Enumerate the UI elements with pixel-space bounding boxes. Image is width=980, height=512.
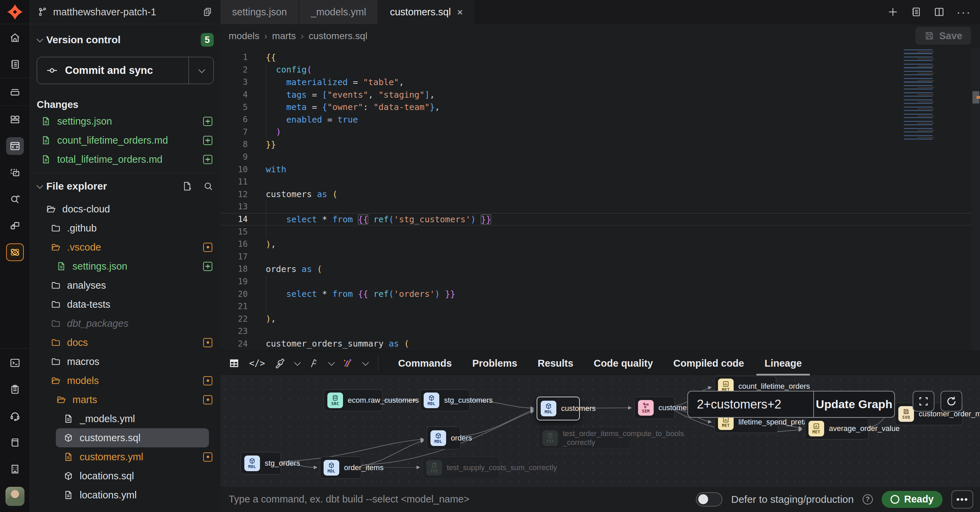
- code-line-10[interactable]: 10with: [221, 163, 980, 175]
- organization-icon[interactable]: [6, 460, 24, 478]
- tree-item-settings.json[interactable]: settings.json: [37, 257, 214, 276]
- panel-tab-code-quality[interactable]: Code quality: [584, 351, 663, 375]
- code-line-18[interactable]: 18orders as (: [221, 263, 980, 275]
- code-line-15[interactable]: 15: [221, 225, 980, 238]
- catalog-icon[interactable]: [6, 190, 24, 208]
- results-table-icon[interactable]: [228, 357, 240, 369]
- build-wrench-icon[interactable]: [274, 357, 285, 369]
- close-tab-icon[interactable]: ×: [457, 6, 463, 18]
- panel-tab-commands[interactable]: Commands: [388, 351, 462, 375]
- tree-item-.vscode[interactable]: .vscode: [37, 238, 214, 257]
- code-line-17[interactable]: 17: [221, 250, 980, 263]
- panel-tab-problems[interactable]: Problems: [462, 351, 527, 375]
- more-options-icon[interactable]: ···: [956, 5, 971, 19]
- jobs-icon[interactable]: [6, 83, 24, 101]
- command-more-button[interactable]: •••: [951, 490, 973, 509]
- code-view-icon[interactable]: </>: [249, 358, 265, 368]
- tree-item-docs[interactable]: docs: [37, 333, 214, 352]
- new-tab-plus-icon[interactable]: [887, 6, 899, 18]
- terminal-icon[interactable]: [6, 354, 24, 372]
- tree-item-macros[interactable]: macros: [37, 352, 214, 371]
- modified-badge[interactable]: [203, 338, 212, 347]
- clipboard-icon[interactable]: [6, 381, 24, 398]
- commit-and-sync-button[interactable]: Commit and sync: [37, 57, 214, 84]
- tree-item-models[interactable]: models: [37, 371, 214, 390]
- code-line-7[interactable]: 7 ): [221, 126, 980, 139]
- dbt-logo[interactable]: [0, 0, 30, 24]
- format-icon[interactable]: [308, 357, 320, 369]
- code-line-9[interactable]: 9: [221, 151, 980, 163]
- tab-customers.sql[interactable]: customers.sql×: [379, 0, 475, 24]
- visual-editor-icon[interactable]: [6, 164, 24, 182]
- added-badge[interactable]: [203, 262, 212, 271]
- code-line-5[interactable]: 5 meta = {"owner": "data-team"},: [221, 101, 980, 113]
- modified-badge[interactable]: [203, 243, 212, 252]
- lineage-node-order_items[interactable]: MDL order_items: [320, 456, 361, 479]
- save-button[interactable]: Save: [915, 27, 971, 45]
- fullscreen-button[interactable]: [913, 391, 934, 412]
- breadcrumb-models[interactable]: models: [229, 30, 259, 41]
- home-icon[interactable]: [6, 29, 24, 47]
- status-badge[interactable]: Ready: [882, 491, 943, 508]
- studio-ide-icon[interactable]: [6, 137, 24, 155]
- tree-item-analyses[interactable]: analyses: [37, 276, 214, 295]
- added-badge[interactable]: [203, 136, 212, 145]
- dashboard-icon[interactable]: [6, 111, 24, 128]
- editor-scrollbar[interactable]: [971, 48, 980, 351]
- code-editor[interactable]: 1{{2 config(3 materialized = "table",4 t…: [221, 48, 980, 351]
- tree-item-data-tests[interactable]: data-tests: [37, 295, 214, 314]
- code-line-24[interactable]: 24customer_orders_summary as (: [221, 338, 980, 350]
- breadcrumb-file[interactable]: customers.sql: [309, 30, 368, 41]
- lineage-node-average_order_value[interactable]: MET average_order_value: [805, 418, 869, 440]
- code-line-12[interactable]: 12customers as (: [221, 188, 980, 201]
- tree-item-locations.sql[interactable]: locations.sql: [37, 466, 214, 485]
- notebook-panel-icon[interactable]: [910, 6, 922, 18]
- lineage-node-stg_customers[interactable]: MDL stg_customers: [420, 389, 470, 411]
- refresh-graph-button[interactable]: [940, 391, 962, 412]
- code-line-13[interactable]: 13: [221, 201, 980, 213]
- copilot-atom-icon[interactable]: [6, 243, 24, 261]
- added-badge[interactable]: [203, 117, 212, 126]
- lineage-node-customers[interactable]: MDL customers: [537, 397, 580, 420]
- modified-badge[interactable]: [203, 376, 212, 385]
- help-icon[interactable]: ?: [862, 494, 873, 504]
- code-line-20[interactable]: 20 select * from {{ ref('orders') }}: [221, 288, 980, 300]
- code-line-23[interactable]: 23: [221, 325, 980, 338]
- tree-item-marts[interactable]: marts: [37, 390, 214, 409]
- code-line-16[interactable]: 16),: [221, 238, 980, 250]
- docs-book-icon[interactable]: [6, 434, 24, 451]
- orchestration-icon[interactable]: [6, 217, 24, 234]
- commit-options-caret[interactable]: [189, 57, 213, 84]
- code-line-6[interactable]: 6 enabled = true: [221, 113, 980, 126]
- support-headset-icon[interactable]: [6, 407, 24, 425]
- lineage-node-test_supply_costs_sum_correctly[interactable]: TST test_supply_costs_sum_correctly: [423, 456, 500, 479]
- user-avatar[interactable]: [5, 487, 24, 506]
- tab-_models.yml[interactable]: _models.yml: [299, 0, 379, 24]
- chevron-down-icon[interactable]: [294, 359, 301, 366]
- lineage-node-ecom.raw_customers[interactable]: SRC ecom.raw_customers: [324, 389, 382, 411]
- code-line-21[interactable]: 21: [221, 300, 980, 313]
- code-line-2[interactable]: 2 config(: [221, 64, 980, 76]
- branch-row[interactable]: matthewshaver-patch-1: [30, 0, 221, 24]
- chevron-down-icon[interactable]: [37, 36, 43, 43]
- breadcrumb-marts[interactable]: marts: [272, 30, 296, 41]
- tree-item-docs-cloud[interactable]: docs-cloud: [37, 199, 214, 219]
- tree-item-customers.sql[interactable]: customers.sql: [56, 428, 209, 447]
- tab-settings.json[interactable]: settings.json: [221, 0, 299, 24]
- chevron-down-icon[interactable]: [362, 359, 369, 366]
- code-line-19[interactable]: 19: [221, 275, 980, 288]
- code-line-1[interactable]: 1{{: [221, 51, 980, 64]
- command-input[interactable]: Type a command, ex. dbt build --select <…: [229, 494, 696, 505]
- lineage-canvas[interactable]: SRC ecom.raw_customersMDL stg_customersM…: [221, 376, 980, 486]
- modified-badge[interactable]: [203, 395, 212, 404]
- lineage-node-orders[interactable]: MDL orders: [427, 427, 461, 449]
- lineage-node-customers[interactable]: SEM customers: [634, 397, 675, 419]
- code-line-14[interactable]: 14 select * from {{ ref('stg_customers')…: [221, 213, 980, 226]
- ai-fix-icon[interactable]: [342, 357, 353, 369]
- code-line-11[interactable]: 11: [221, 175, 980, 188]
- notebook-icon[interactable]: [6, 56, 24, 73]
- code-line-3[interactable]: 3 materialized = "table",: [221, 76, 980, 89]
- changed-file-row[interactable]: settings.json: [37, 113, 214, 129]
- update-graph-button[interactable]: Update Graph: [813, 391, 894, 417]
- lineage-node-test_order_items_compute_to_bools[interactable]: TST test_order_items_compute_to_bools _c…: [539, 427, 631, 449]
